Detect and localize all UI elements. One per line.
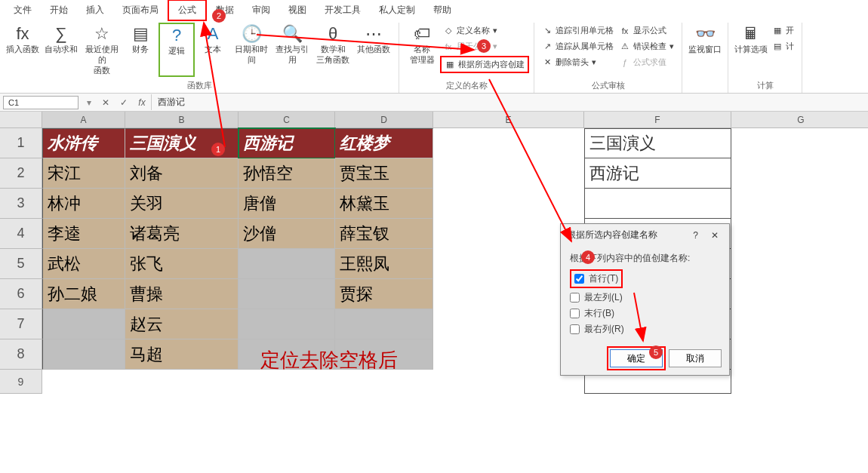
row-header-9[interactable]: 9 [0,370,42,394]
logic-button[interactable]: ? 逻辑 [159,23,195,77]
row-header-6[interactable]: 6 [0,279,42,309]
calc-now-button[interactable]: ▦开 [769,24,797,37]
checkbox-bottom-row-input[interactable] [570,309,580,318]
col-header-g[interactable]: G [731,112,868,128]
cell-c4[interactable]: 沙僧 [239,219,335,249]
cell-a8[interactable] [42,339,125,370]
cell-d2[interactable]: 贾宝玉 [335,158,433,189]
namebox-dropdown-icon[interactable]: ▾ [82,97,97,108]
cell-b6[interactable]: 曹操 [125,279,239,309]
cell-a2[interactable]: 宋江 [42,158,125,189]
cell-c2[interactable]: 孙悟空 [239,158,335,189]
menu-custom[interactable]: 私人定制 [370,1,424,20]
date-time-button[interactable]: 🕒 日期和时间 [231,23,272,77]
auto-sum-button[interactable]: ∑ 自动求和 [41,23,82,77]
dialog-close-button[interactable]: ✕ [706,230,723,241]
menu-view[interactable]: 视图 [279,1,315,20]
row-header-4[interactable]: 4 [0,219,42,249]
trace-precedents-button[interactable]: ↘追踪引用单元格 [539,24,617,37]
checkbox-right-col-input[interactable] [570,324,580,334]
name-box[interactable]: C1 [3,96,78,109]
row-header-7[interactable]: 7 [0,309,42,339]
select-all-corner[interactable] [0,112,42,128]
cancel-entry-button[interactable]: ✕ [97,97,115,108]
cell-a4[interactable]: 李逵 [42,219,125,249]
dialog-help-button[interactable]: ? [688,230,704,241]
col-header-c[interactable]: C [239,112,335,128]
row-header-3[interactable]: 3 [0,189,42,219]
checkbox-top-row[interactable]: 首行(T) [570,269,623,288]
cell-d1[interactable]: 红楼梦 [335,128,433,158]
error-icon: ⚠ [620,41,630,51]
row-header-1[interactable]: 1 [0,128,42,158]
checkbox-left-col-input[interactable] [570,293,580,303]
name-manager-button[interactable]: 🏷 名称 管理器 [404,23,440,73]
formula-input[interactable]: 西游记 [151,94,679,110]
checkbox-right-col[interactable]: 最右列(R) [570,323,720,336]
cell-f3[interactable] [584,189,731,219]
cell-b2[interactable]: 刘备 [125,158,239,189]
menu-review[interactable]: 审阅 [243,1,279,20]
cell-d4[interactable]: 薛宝钗 [335,219,433,249]
col-header-f[interactable]: F [584,112,731,128]
row-header-8[interactable]: 8 [0,339,42,370]
col-header-a[interactable]: A [42,112,125,128]
recent-button[interactable]: ☆ 最近使用的 函数 [82,23,122,77]
cell-d6[interactable]: 贾探 [335,279,433,309]
cell-c3[interactable]: 唐僧 [239,189,335,219]
dialog-cancel-button[interactable]: 取消 [669,349,722,367]
define-name-button[interactable]: ◇定义名称 ▾ [440,24,529,37]
cell-a3[interactable]: 林冲 [42,189,125,219]
text-button[interactable]: A 文本 [195,23,231,77]
cell-a5[interactable]: 武松 [42,249,125,279]
col-header-d[interactable]: D [335,112,433,128]
cell-b7[interactable]: 赵云 [125,309,239,339]
show-formulas-button[interactable]: fx显示公式 [617,24,677,37]
math-button[interactable]: θ 数学和 三角函数 [312,23,353,77]
checkbox-left-col[interactable]: 最左列(L) [570,291,720,304]
watch-window-button[interactable]: 👓 监视窗口 [687,23,723,56]
fx-button[interactable]: fx [133,97,151,108]
cell-f1[interactable]: 三国演义 [584,128,731,158]
create-from-selection-button[interactable]: ▦根据所选内容创建 [440,56,529,73]
col-header-e[interactable]: E [433,112,584,128]
cell-a1[interactable]: 水浒传 [42,128,125,158]
cell-b3[interactable]: 关羽 [125,189,239,219]
cell-a7[interactable] [42,309,125,339]
menu-home[interactable]: 开始 [41,1,77,20]
checkbox-top-row-input[interactable] [574,274,584,284]
confirm-entry-button[interactable]: ✓ [115,97,133,108]
cell-b5[interactable]: 张飞 [125,249,239,279]
error-checking-button[interactable]: ⚠错误检查 ▾ [617,40,677,53]
cell-c6[interactable] [239,279,335,309]
cell-b4[interactable]: 诸葛亮 [125,219,239,249]
cell-c7[interactable] [239,309,335,339]
trace-dependents-button[interactable]: ↗追踪从属单元格 [539,40,617,53]
calc-options-button[interactable]: 🖩 计算选项 [733,23,769,56]
menu-page-layout[interactable]: 页面布局 [113,1,168,20]
cell-a6[interactable]: 孙二娘 [42,279,125,309]
menu-help[interactable]: 帮助 [424,1,460,20]
cell-d5[interactable]: 王熙凤 [335,249,433,279]
lookup-button[interactable]: 🔍 查找与引用 [272,23,312,77]
fx-icon: fx [16,24,29,44]
col-header-b[interactable]: B [125,112,239,128]
calc-sheet-button[interactable]: ▤计 [769,40,797,53]
other-func-button[interactable]: ⋯ 其他函数 [353,23,394,77]
cell-c5[interactable] [239,249,335,279]
cell-d3[interactable]: 林黛玉 [335,189,433,219]
cell-b8[interactable]: 马超 [125,339,239,370]
menu-file[interactable]: 文件 [5,1,41,20]
cell-d7[interactable] [335,309,433,339]
cell-f2[interactable]: 西游记 [584,158,731,189]
insert-function-button[interactable]: fx 插入函数 [5,23,41,77]
menu-formula[interactable]: 公式 [168,0,207,21]
row-header-2[interactable]: 2 [0,158,42,189]
row-header-5[interactable]: 5 [0,249,42,279]
cell-c1[interactable]: 西游记 [239,128,335,158]
menu-insert[interactable]: 插入 [77,1,113,20]
checkbox-bottom-row[interactable]: 末行(B) [570,307,720,320]
menu-developer[interactable]: 开发工具 [315,1,370,20]
finance-button[interactable]: ▤ 财务 [122,23,159,77]
remove-arrows-button[interactable]: ✕删除箭头 ▾ [539,56,617,69]
